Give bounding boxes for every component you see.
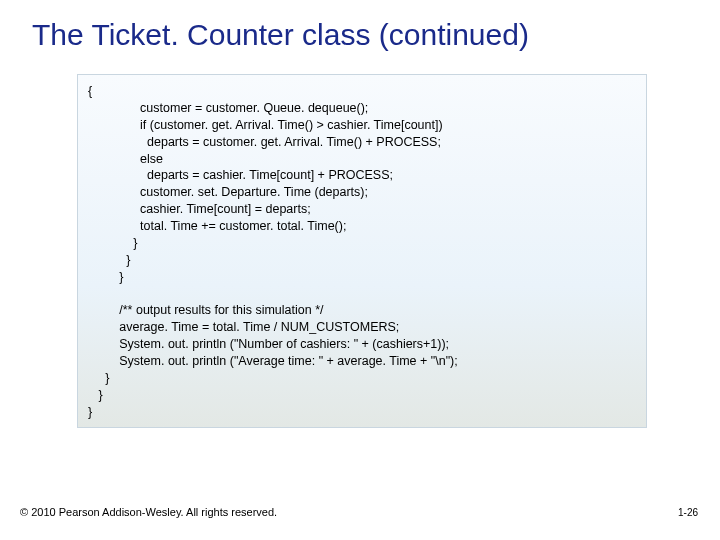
page-number: 1-26 (678, 507, 698, 518)
code-content: { customer = customer. Queue. dequeue();… (88, 83, 636, 421)
code-block: { customer = customer. Queue. dequeue();… (77, 74, 647, 428)
copyright-text: © 2010 Pearson Addison-Wesley. All right… (20, 506, 277, 518)
slide-title: The Ticket. Counter class (continued) (32, 18, 529, 52)
slide: The Ticket. Counter class (continued) { … (0, 0, 720, 540)
